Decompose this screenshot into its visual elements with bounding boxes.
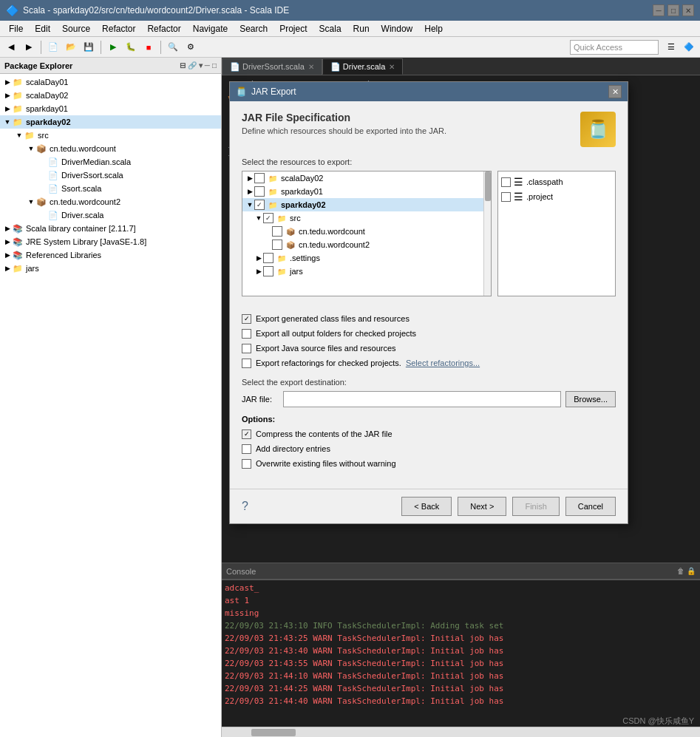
jar-file-input[interactable] [283,391,561,407]
tree-item-src[interactable]: ▼ 📁 src [0,129,221,142]
close-button[interactable]: ✕ [682,4,694,16]
browse-button[interactable]: Browse... [565,391,616,407]
menu-navigate[interactable]: Navigate [187,22,234,35]
checkbox-src[interactable] [263,213,273,223]
console-scroll-lock-icon[interactable]: 🔒 [687,567,696,575]
cb-output-folders[interactable] [242,329,251,339]
quick-access-box[interactable]: Quick Access [570,40,659,55]
cb-refactorings[interactable] [242,359,251,368]
tree-item-wordcount[interactable]: ▼ 📦 cn.tedu.wordcount [0,142,221,155]
toolbar-stop[interactable]: ■ [140,39,157,55]
option-overwrite[interactable]: Overwrite existing files without warning [242,456,616,471]
view-menu-icon[interactable]: ▾ [199,61,203,69]
folder-icon: 📁 [12,262,24,274]
checkbox-wordcount[interactable] [272,226,282,237]
menu-source[interactable]: Source [56,22,96,35]
menu-window[interactable]: Window [376,22,419,35]
h-scrollbar[interactable] [222,727,700,737]
toolbar-open[interactable]: 📂 [63,39,79,55]
option-dir-entries[interactable]: Add directory entries [242,441,616,456]
res-tree-wordcount2[interactable]: 📦 cn.tedu.wordcount2 [242,238,491,251]
classpath-item[interactable]: ☰ .classpath [501,174,612,189]
tree-item-scala-lib[interactable]: ▶ 📚 Scala library container [2.11.7] [0,222,221,235]
max-panel-icon[interactable]: □ [212,61,217,69]
toolbar-back[interactable]: ◀ [3,39,19,55]
checkbox-jars[interactable] [263,266,273,276]
menu-project[interactable]: Project [273,22,313,35]
close-tab-icon[interactable]: ✕ [389,63,395,71]
close-tab-icon[interactable]: ✕ [308,63,314,71]
res-tree-wordcount[interactable]: 📦 cn.tedu.wordcount [242,225,491,238]
tree-scrollbar[interactable] [483,171,491,296]
toolbar-debug[interactable]: 🐛 [123,39,139,55]
min-panel-icon[interactable]: ─ [205,61,210,69]
checkbox-sparkday02[interactable] [254,200,265,210]
tab-driverssort[interactable]: 📄 DriverSsort.scala ✕ [222,58,322,75]
tree-item-driverssort[interactable]: 📄 DriverSsort.scala [0,169,221,182]
toolbar-run[interactable]: ▶ [105,39,121,55]
checkbox-project[interactable] [501,192,511,202]
checkbox-classpath[interactable] [501,177,511,187]
tree-item-sparkday02[interactable]: ▼ 📁 sparkday02 [0,115,221,129]
menu-scala[interactable]: Scala [313,22,347,35]
option-refactorings[interactable]: Export refactorings for checked projects… [242,356,616,370]
next-button[interactable]: Next > [458,497,506,516]
checkbox-sparkday01[interactable] [254,186,265,197]
link-with-editor-icon[interactable]: 🔗 [188,61,197,69]
back-button[interactable]: < Back [401,497,452,516]
select-refactorings-link[interactable]: Select refactorings... [406,359,480,367]
toolbar-new[interactable]: 📄 [45,39,61,55]
cb-class-files[interactable]: ✓ [242,314,251,324]
toolbar-scala-icon[interactable]: 🔷 [681,39,697,55]
menu-refactor1[interactable]: Refactor [96,22,141,35]
dialog-close-button[interactable]: ✕ [608,85,622,98]
res-tree-scaladay02[interactable]: ▶ 📁 scalaDay02 [242,171,491,185]
res-tree-sparkday01[interactable]: ▶ 📁 sparkday01 [242,185,491,198]
tree-item-wordcount2[interactable]: ▼ 📦 cn.tedu.wordcount2 [0,195,221,208]
cancel-button[interactable]: Cancel [565,497,616,516]
minimize-button[interactable]: ─ [653,4,665,16]
toolbar-save[interactable]: 💾 [81,39,97,55]
res-tree-sparkday02[interactable]: ▼ 📁 sparkday02 [242,198,491,211]
checkbox-settings[interactable] [263,253,273,263]
tree-item-ssort[interactable]: 📄 Ssort.scala [0,182,221,195]
tree-item-scaladay01[interactable]: ▶ 📁 scalaDay01 [0,75,221,89]
option-class-files[interactable]: ✓ Export generated class files and resou… [242,311,616,326]
toolbar-settings[interactable]: ⚙ [183,39,199,55]
toolbar-search[interactable]: 🔍 [165,39,181,55]
tree-item-jre[interactable]: ▶ 📚 JRE System Library [JavaSE-1.8] [0,235,221,248]
tree-item-drivermedian[interactable]: 📄 DriverMedian.scala [0,155,221,169]
tree-item-ref-lib[interactable]: ▶ 📚 Referenced Libraries [0,248,221,262]
maximize-button[interactable]: □ [667,4,679,16]
menu-refactor2[interactable]: Refactor [141,22,186,35]
res-tree-jars[interactable]: ▶ 📁 jars [242,265,491,278]
res-tree-settings[interactable]: ▶ 📁 .settings [242,251,491,265]
tree-item-driver[interactable]: 📄 Driver.scala [0,208,221,222]
tree-item-sparkday01[interactable]: ▶ 📁 sparkday01 [0,102,221,115]
cb-overwrite[interactable] [242,459,251,469]
menu-file[interactable]: File [3,22,29,35]
menu-search[interactable]: Search [234,22,273,35]
console-clear-icon[interactable]: 🗑 [677,567,684,575]
checkbox-scaladay02[interactable] [254,173,265,183]
res-tree-src[interactable]: ▼ 📁 src [242,211,491,225]
cb-java-source[interactable] [242,344,251,353]
checkbox-wordcount2[interactable] [272,240,282,250]
menu-help[interactable]: Help [418,22,449,35]
menu-edit[interactable]: Edit [29,22,56,35]
finish-button[interactable]: Finish [512,497,559,516]
tree-item-scaladay02[interactable]: ▶ 📁 scalaDay02 [0,89,221,102]
cb-dir-entries[interactable] [242,444,251,454]
option-output-folders[interactable]: Export all output folders for checked pr… [242,326,616,341]
toolbar-forward[interactable]: ▶ [21,39,37,55]
menu-run[interactable]: Run [347,22,376,35]
option-compress[interactable]: ✓ Compress the contents of the JAR file [242,427,616,441]
collapse-all-icon[interactable]: ⊟ [180,61,186,69]
option-java-source[interactable]: Export Java source files and resources [242,341,616,356]
toolbar-perspectives[interactable]: ☰ [663,39,679,55]
help-icon[interactable]: ? [242,500,248,513]
cb-compress[interactable]: ✓ [242,429,251,439]
project-item[interactable]: ☰ .project [501,189,612,204]
tab-driver[interactable]: 📄 Driver.scala ✕ [322,58,404,75]
tree-item-jars[interactable]: ▶ 📁 jars [0,262,221,275]
